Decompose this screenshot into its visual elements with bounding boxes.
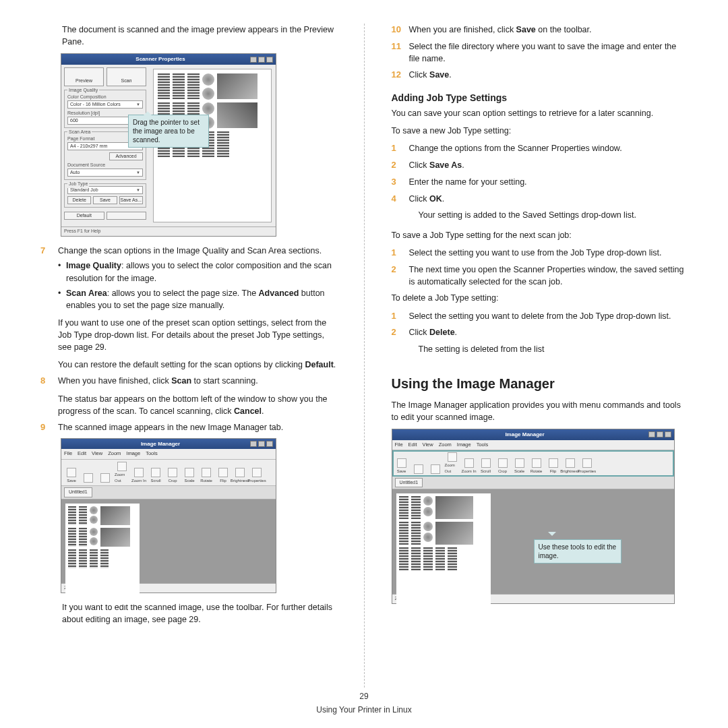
chevron-down-icon: ▼	[136, 170, 140, 176]
page-footer: 29 Using Your Printer in Linux	[0, 691, 728, 716]
min-icon[interactable]	[250, 441, 257, 447]
menu-bar[interactable]: File Edit View Zoom Image Tools	[61, 449, 276, 460]
flip-tool[interactable]: Flip	[546, 458, 561, 475]
close-icon[interactable]	[665, 431, 671, 437]
chevron-down-icon: ▼	[136, 102, 140, 108]
crop-tool[interactable]: Crop	[495, 458, 510, 475]
menu-bar[interactable]: File Edit View Zoom Image Tools	[392, 440, 674, 451]
after-step9: If you want to edit the scanned image, u…	[40, 601, 337, 626]
left-column: The document is scanned and the image pr…	[40, 24, 337, 688]
image-canvas[interactable]	[61, 499, 276, 583]
scroll-tool[interactable]: Scroll	[148, 468, 163, 484]
doc-source-select[interactable]: Auto▼	[67, 169, 143, 177]
zoom-out-tool[interactable]: Zoom Out	[445, 452, 460, 474]
step-7: 7 Change the scan options in the Image Q…	[40, 245, 337, 371]
heading-using-image-manager: Using the Image Manager	[392, 374, 688, 394]
zoom-in-tool[interactable]: Zoom In	[131, 468, 146, 484]
advanced-button[interactable]: Advanced	[109, 152, 143, 160]
scanner-titlebar: Scanner Properties	[61, 54, 276, 65]
status-bar: Press F1 for Help	[61, 226, 276, 236]
crop-tool[interactable]: Crop	[165, 468, 180, 484]
im-titlebar: Image Manager	[61, 439, 276, 450]
save-as-button[interactable]: Save As...	[119, 196, 143, 204]
min-icon[interactable]	[250, 57, 257, 63]
image-tab[interactable]: Untitled1	[64, 487, 92, 497]
intro-text: The document is scanned and the image pr…	[40, 24, 337, 48]
disabled-button	[107, 212, 147, 220]
scroll-tool[interactable]: Scroll	[479, 458, 493, 475]
save-tool[interactable]: Save	[394, 458, 409, 475]
max-icon[interactable]	[258, 441, 265, 447]
chevron-down-icon: ▼	[136, 187, 140, 193]
close-icon[interactable]	[266, 57, 273, 63]
delete-button[interactable]: Delete	[67, 196, 91, 204]
default-button[interactable]: Default	[64, 212, 104, 220]
scanner-properties-window: Scanner Properties Preview Scan Image Qu…	[61, 53, 276, 237]
color-composition-select[interactable]: Color - 16 Million Colors▼	[67, 100, 143, 109]
brightness-tool[interactable]: Brightness	[563, 458, 578, 475]
im2-titlebar: Image Manager	[392, 429, 674, 440]
toolbar: Save Zoom Out Zoom In Scroll Crop Scale …	[61, 460, 276, 486]
step-8: 8 When you have finished, click Scan to …	[40, 375, 337, 417]
image-manager-window-large: Image Manager File Edit View Zoom Image …	[392, 429, 675, 604]
save-button[interactable]: Save	[93, 196, 117, 204]
preview-button[interactable]: Preview	[64, 67, 104, 86]
scanner-callout: Drag the pointer to set the image area t…	[128, 115, 209, 148]
heading-adding-job-type: Adding Job Type Settings	[392, 91, 688, 104]
zoom-out-tool[interactable]: Zoom Out	[115, 462, 129, 483]
flip-tool[interactable]: Flip	[216, 468, 231, 484]
max-icon[interactable]	[657, 431, 663, 437]
brightness-tool[interactable]: Brightness	[233, 468, 247, 484]
undo-tool[interactable]	[81, 473, 96, 483]
right-column: 10 When you are finished, click Save on …	[392, 24, 688, 688]
properties-tool[interactable]: Properties	[249, 468, 264, 484]
image-tab[interactable]: Untitled1	[395, 478, 423, 487]
column-divider	[364, 24, 365, 688]
save-tool[interactable]: Save	[64, 468, 79, 484]
redo-tool[interactable]	[428, 464, 443, 475]
step-10: 10 When you are finished, click Save on …	[392, 24, 688, 36]
step-9: 9 The scanned image appears in the new I…	[40, 421, 337, 434]
redo-tool[interactable]	[98, 473, 113, 483]
footer-section: Using Your Printer in Linux	[0, 704, 728, 716]
image-manager-window: Image Manager File Edit View Zoom Image …	[61, 438, 276, 593]
job-type-group: Job Type Standard Job▼ Delete Save Save …	[64, 183, 146, 208]
rotate-tool[interactable]: Rotate	[199, 468, 214, 484]
scale-tool[interactable]: Scale	[512, 458, 527, 475]
min-icon[interactable]	[648, 431, 655, 437]
step-11: 11 Select the file directory where you w…	[392, 40, 688, 65]
zoom-in-tool[interactable]: Zoom In	[462, 458, 477, 475]
close-icon[interactable]	[266, 441, 273, 447]
scale-tool[interactable]: Scale	[182, 468, 197, 484]
page-number: 29	[0, 691, 728, 702]
undo-tool[interactable]	[411, 464, 426, 475]
properties-tool[interactable]: Properties	[580, 458, 595, 475]
scan-button[interactable]: Scan	[107, 67, 146, 86]
rotate-tool[interactable]: Rotate	[529, 458, 544, 475]
image-canvas[interactable]: Use these tools to edit the image.	[392, 489, 674, 594]
scanner-title: Scanner Properties	[135, 55, 185, 63]
toolbar-highlighted: Save Zoom Out Zoom In Scroll Crop Scale …	[392, 450, 674, 476]
toolbar-callout: Use these tools to edit the image.	[534, 539, 621, 564]
step-12: 12 Click Save.	[392, 69, 688, 82]
max-icon[interactable]	[258, 57, 265, 63]
